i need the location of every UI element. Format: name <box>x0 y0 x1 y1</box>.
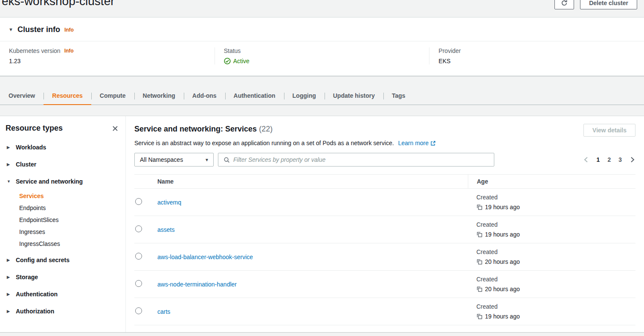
sidebar-group-authorization[interactable]: ▶ Authorization <box>6 303 119 320</box>
service-link[interactable]: aws-node-termination-handler <box>157 281 237 288</box>
service-link[interactable]: carts <box>157 308 170 315</box>
pagination-page-3[interactable]: 3 <box>618 156 622 163</box>
eks-cluster-page: eks-workshop-cluster Delete cluster ▼ Cl… <box>0 0 644 332</box>
view-details-button[interactable]: View details <box>583 124 635 137</box>
pagination: 1 2 3 <box>583 156 635 164</box>
sidebar-item-services[interactable]: Services <box>19 190 119 202</box>
tab-compute[interactable]: Compute <box>91 87 134 105</box>
services-title-text: Service and networking: Services <box>134 125 257 133</box>
cluster-info-fields: Kubernetes version Info 1.23 Status Acti… <box>0 41 644 76</box>
services-header: Service and networking: Services (22) Vi… <box>134 124 635 137</box>
refresh-button[interactable] <box>554 0 574 9</box>
sidebar-group-label: Authentication <box>16 291 58 298</box>
search-input[interactable] <box>233 156 489 163</box>
namespace-select[interactable]: All Namespaces ▼ <box>134 153 214 167</box>
copy-icon[interactable] <box>476 313 482 319</box>
table-row[interactable]: aws-node-termination-handler Created 20 … <box>134 271 635 298</box>
tab-logging[interactable]: Logging <box>284 87 325 105</box>
row-radio[interactable] <box>135 280 142 287</box>
pagination-page-2[interactable]: 2 <box>607 156 611 163</box>
service-link[interactable]: assets <box>157 226 174 233</box>
status-value: Active <box>224 58 421 64</box>
tab-update-history[interactable]: Update history <box>325 87 383 105</box>
sidebar-group-label: Storage <box>16 274 38 280</box>
row-radio[interactable] <box>135 253 142 260</box>
pagination-prev-button[interactable] <box>583 156 589 164</box>
copy-icon[interactable] <box>476 231 482 237</box>
name-column-header[interactable]: Name <box>157 178 468 185</box>
services-description-text: Service is an abstract way to expose an … <box>134 140 394 146</box>
table-row-partial[interactable]: Created <box>134 325 635 332</box>
row-select-cell <box>134 225 157 234</box>
provider-label: Provider <box>438 47 461 54</box>
row-age-cell: Created 20 hours ago <box>468 248 635 266</box>
delete-cluster-button[interactable]: Delete cluster <box>580 0 637 9</box>
row-name-cell: assets <box>157 226 468 233</box>
sidebar-group-label: Service and networking <box>16 178 83 185</box>
sidebar-title: Resource types <box>6 124 63 133</box>
caret-right-icon: ▶ <box>7 146 11 149</box>
sidebar-group-service-and-networking[interactable]: ▼ Service and networking <box>6 173 119 190</box>
sidebar-item-ingresses[interactable]: Ingresses <box>19 226 119 238</box>
caret-down-icon: ▼ <box>7 180 11 184</box>
created-label: Created <box>476 248 635 256</box>
table-row[interactable]: activemq Created 19 hours ago <box>134 189 635 216</box>
copy-icon[interactable] <box>476 259 482 265</box>
sidebar-group-cluster[interactable]: ▶ Cluster <box>6 156 119 173</box>
learn-more-link[interactable]: Learn more <box>398 139 436 147</box>
status-text: Active <box>233 58 249 64</box>
copy-icon[interactable] <box>476 204 482 210</box>
tab-resources[interactable]: Resources <box>44 87 91 105</box>
tab-authentication[interactable]: Authentication <box>225 87 284 105</box>
copy-icon[interactable] <box>476 286 482 292</box>
sidebar-item-ingressclasses[interactable]: IngressClasses <box>19 238 119 250</box>
sidebar-group-workloads[interactable]: ▶ Workloads <box>6 139 119 156</box>
table-row[interactable]: carts Created 19 hours ago <box>134 298 635 325</box>
cluster-info-info-link[interactable]: Info <box>64 27 74 33</box>
table-row[interactable]: aws-load-balancer-webhook-service Create… <box>134 243 635 271</box>
collapse-caret-icon[interactable]: ▼ <box>9 27 13 32</box>
page-header: eks-workshop-cluster Delete cluster <box>0 0 644 17</box>
cluster-info-panel: ▼ Cluster info Info Kubernetes version I… <box>0 17 644 76</box>
table-row[interactable]: assets Created 19 hours ago <box>134 216 635 243</box>
service-link[interactable]: activemq <box>157 199 181 206</box>
sidebar-group-storage[interactable]: ▶ Storage <box>6 269 119 286</box>
provider-field: Provider EKS <box>429 47 644 64</box>
row-select-cell <box>134 280 157 288</box>
sidebar-group-config-and-secrets[interactable]: ▶ Config and secrets <box>6 251 119 269</box>
services-description: Service is an abstract way to expose an … <box>134 139 635 147</box>
row-radio[interactable] <box>135 307 142 314</box>
row-radio[interactable] <box>135 198 142 205</box>
kubernetes-version-info-link[interactable]: Info <box>64 48 74 54</box>
row-select-cell <box>134 253 157 261</box>
service-networking-children: Services Endpoints EndpointSlices Ingres… <box>6 190 119 250</box>
row-radio[interactable] <box>135 225 142 232</box>
pagination-page-1[interactable]: 1 <box>597 156 600 163</box>
pagination-next-button[interactable] <box>629 156 635 164</box>
row-age-cell: Created 19 hours ago <box>468 221 635 238</box>
services-panel: Service and networking: Services (22) Vi… <box>126 116 644 332</box>
sidebar-item-label: Ingresses <box>19 228 45 235</box>
sidebar-item-endpoints[interactable]: Endpoints <box>19 202 119 214</box>
row-select-cell <box>134 307 157 316</box>
tab-networking[interactable]: Networking <box>134 87 184 105</box>
sidebar-close-button[interactable] <box>111 124 119 133</box>
sidebar-item-endpointslices[interactable]: EndpointSlices <box>19 214 119 226</box>
filter-row: All Namespaces ▼ 1 <box>134 153 635 167</box>
caret-right-icon: ▶ <box>7 310 11 313</box>
age-column-header[interactable]: Age <box>468 175 635 188</box>
age-value: 19 hours ago <box>485 203 520 211</box>
services-title: Service and networking: Services (22) <box>134 124 273 134</box>
sidebar-group-label: Cluster <box>16 161 36 168</box>
header-actions: Delete cluster <box>554 0 637 9</box>
sidebar-item-label: IngressClasses <box>19 240 60 247</box>
service-link[interactable]: aws-load-balancer-webhook-service <box>157 254 253 260</box>
search-icon <box>223 157 230 163</box>
caret-right-icon: ▶ <box>7 163 11 167</box>
tab-add-ons[interactable]: Add-ons <box>184 87 225 105</box>
sidebar-group-authentication[interactable]: ▶ Authentication <box>6 286 119 303</box>
tab-overview[interactable]: Overview <box>0 87 44 105</box>
row-name-cell: carts <box>157 308 468 315</box>
tab-tags[interactable]: Tags <box>383 87 414 105</box>
services-count: (22) <box>259 125 273 133</box>
